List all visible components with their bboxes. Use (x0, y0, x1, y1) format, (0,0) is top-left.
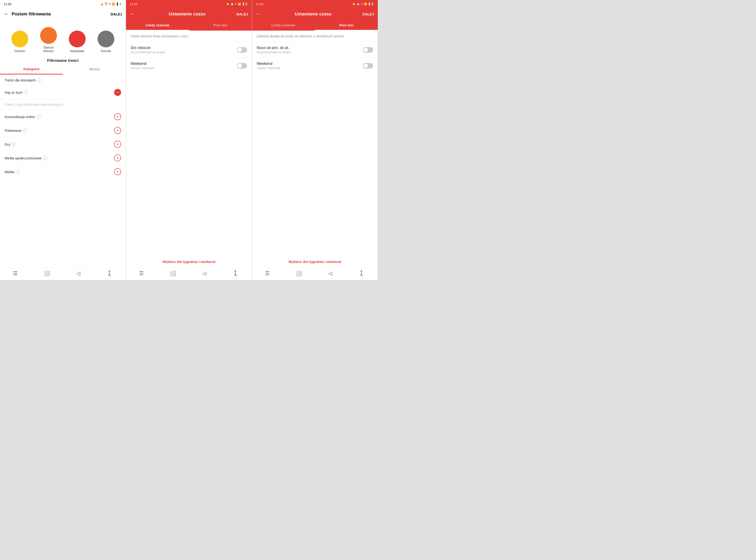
list-item-komunikacja: Komunikacja online i + (0, 110, 126, 124)
toggle-dni[interactable] (237, 47, 247, 53)
avatar-child[interactable]: Dziecko (12, 31, 28, 53)
tabs-2: Limity czasowe Pora snu (126, 21, 252, 31)
avatar-circle-adult[interactable] (98, 31, 114, 47)
tab-pora-snu-3[interactable]: Pora snu (315, 21, 378, 31)
info-icon-media[interactable]: i (16, 169, 20, 174)
paytosurf-label: Pay to Surf (5, 91, 22, 95)
toggle-weekend[interactable] (237, 63, 247, 68)
time-3: 11:20 (256, 2, 263, 6)
tab-limity[interactable]: Limity czasowe (126, 21, 189, 31)
alarm-icon-2: ⏰ (231, 3, 234, 6)
info-icon-pobieranie[interactable]: i (23, 128, 27, 133)
avatar-label-child: Dziecko (15, 49, 25, 53)
dalej-button-2[interactable]: DALEJ (237, 12, 248, 16)
home-icon-3[interactable]: ⬜ (296, 271, 302, 277)
tab-limity-3[interactable]: Limity czasowe (252, 21, 315, 31)
time-row-noce: Noce od pon. do pt. od poniedziałek do p… (252, 42, 378, 58)
person-icon-2[interactable]: 🚶 (233, 271, 239, 277)
time-row-weekend: Weekend sobota i niedziela (126, 58, 252, 74)
toggle-noce[interactable] (363, 47, 373, 53)
noce-sub: od poniedziałek do piątek (257, 51, 291, 54)
info-icon-gry[interactable]: i (12, 142, 16, 146)
panel-filter: 11:20 🔔 ⏰ ✳ 📶 ▐ 🔋 ← Poziom filtrowania D… (0, 0, 126, 280)
avatar-teen[interactable]: Nastolatek (69, 31, 86, 53)
add-media-button[interactable]: + (114, 168, 121, 175)
add-pobieranie-button[interactable]: + (114, 127, 121, 134)
nav-bar-2: ☰ ⬜ ◁ 🚶 (126, 267, 252, 280)
back-icon-1[interactable]: ◁ (76, 271, 80, 277)
person-icon-1[interactable]: 🚶 (106, 271, 113, 277)
remove-paytosurf-button[interactable]: − (114, 89, 121, 96)
time-desc-2: Ustaw dzienne limity korzystania z sieci… (126, 31, 252, 42)
avatar-label-older: Starszedziecko (43, 46, 54, 53)
wifi-icon: 📶 (112, 3, 115, 6)
avatar-row: Dziecko Starszedziecko Nastolatek Dorosł… (0, 21, 126, 57)
time-row-weekend-3: Weekend sobota i niedziela (252, 58, 378, 74)
toggle-knob-dni (237, 47, 242, 52)
time-desc-3: Zablokuj dostęp tej osoby do Internetu o… (252, 31, 378, 42)
bottom-link-3[interactable]: Wybierz dni tygodnia i weekend (252, 256, 378, 267)
category-tabs: Kategorie Strony (0, 64, 126, 75)
add-komunikacja-button[interactable]: + (114, 113, 121, 120)
back-button-3[interactable]: ← (256, 11, 261, 17)
list-item-gry: Gry i + (0, 137, 126, 151)
home-icon-1[interactable]: ⬜ (44, 271, 50, 277)
back-icon-3[interactable]: ◁ (328, 271, 332, 277)
avatar-label-teen: Nastolatek (70, 49, 84, 53)
info-icon-media-spo[interactable]: i (43, 156, 47, 160)
menu-icon-3[interactable]: ☰ (265, 271, 270, 277)
toggle-weekend-3[interactable] (363, 63, 373, 68)
notif-icon-3: 🔔 (352, 3, 356, 6)
dalej-button-1[interactable]: DALEJ (111, 12, 122, 16)
top-bar-1: ← Poziom filtrowania DALEJ (0, 7, 126, 21)
info-icon-adult[interactable]: i (37, 78, 41, 82)
list-item-adult: Treści dla dorosłych i (0, 75, 126, 86)
toggle-knob-weekend-3 (363, 63, 368, 68)
menu-icon-2[interactable]: ☰ (139, 271, 144, 277)
info-icon-komunikacja[interactable]: i (36, 115, 41, 119)
tab-pora-snu[interactable]: Pora snu (189, 21, 252, 31)
person-icon-3[interactable]: 🚶 (358, 271, 365, 277)
adult-label: Treści dla dorosłych (5, 78, 36, 82)
bt-icon-3: ✳ (361, 3, 363, 6)
signal-icon-2: ▐ (242, 3, 244, 5)
home-icon-2[interactable]: ⬜ (170, 271, 176, 277)
noce-label: Noce od pon. do pt. (257, 46, 291, 50)
hint-text: Dotknij, aby zablokować więcej kategorii… (0, 99, 126, 110)
back-button-2[interactable]: ← (130, 11, 135, 17)
tab-strony[interactable]: Strony (63, 64, 126, 75)
menu-icon-1[interactable]: ☰ (13, 271, 18, 277)
avatar-circle-older[interactable] (40, 27, 57, 44)
battery-icon-2: 🔋 (245, 3, 248, 6)
nav-bar-1: ☰ ⬜ ◁ 🚶 (0, 267, 126, 280)
info-icon-paytosurf[interactable]: i (23, 90, 27, 95)
toggle-knob-weekend (237, 63, 242, 68)
notif-icon: 🔔 (100, 3, 104, 6)
alarm-icon: ⏰ (104, 3, 108, 6)
nav-bar-3: ☰ ⬜ ◁ 🚶 (252, 267, 378, 280)
dalej-button-3[interactable]: DALEJ (363, 12, 374, 16)
wifi-icon-3: 📶 (364, 3, 367, 6)
back-button-1[interactable]: ← (4, 11, 9, 17)
avatar-older-child[interactable]: Starszedziecko (40, 27, 57, 53)
bottom-link-2[interactable]: Wybierz dni tygodnia i weekend (126, 256, 252, 267)
weekend-label: Weekend (131, 62, 154, 66)
avatar-adult[interactable]: Dorosły (98, 31, 114, 53)
signal-icon-3: ▐ (368, 3, 370, 5)
back-icon-2[interactable]: ◁ (202, 271, 206, 277)
tab-kategorie[interactable]: Kategorie (0, 64, 63, 75)
weekend-sub: sobota i niedziela (131, 66, 154, 70)
add-media-spo-button[interactable]: + (114, 155, 121, 161)
filtered-section-title: Filtrowane treści (0, 57, 126, 64)
page-title-1: Poziom filtrowania (12, 12, 111, 17)
gry-label: Gry (5, 142, 10, 146)
time-1: 11:20 (4, 2, 12, 6)
avatar-circle-teen[interactable] (69, 31, 86, 47)
avatar-circle-child[interactable] (12, 31, 28, 47)
add-gry-button[interactable]: + (114, 141, 121, 148)
bt-icon: ✳ (109, 3, 111, 6)
weekend-sub-3: sobota i niedziela (257, 66, 280, 70)
pobieranie-label: Pobieranie (5, 128, 21, 133)
status-icons-1: 🔔 ⏰ ✳ 📶 ▐ 🔋 (100, 3, 122, 6)
status-bar-2: 11:20 🔔 ⏰ ✳ 📶 ▐ 🔋 (126, 0, 252, 7)
